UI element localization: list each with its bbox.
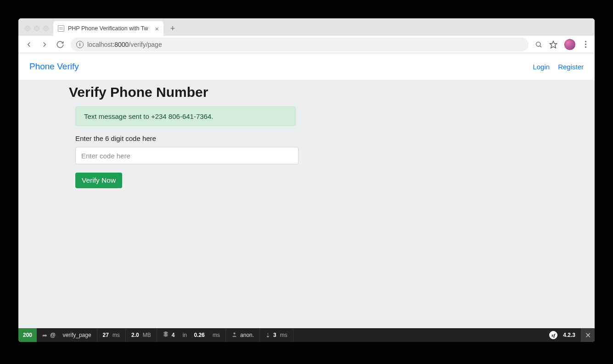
file-icon [58,25,64,32]
zoom-icon[interactable] [532,38,545,51]
info-icon[interactable]: i [76,41,84,48]
route-segment[interactable]: ➦ @ verify_page [37,328,97,342]
db-segment[interactable]: 4 in 0.26 ms [157,328,226,342]
symfony-icon: sf [549,331,557,339]
close-tab-icon[interactable]: × [155,25,159,32]
traffic-lights [22,26,53,36]
browser-tab[interactable]: PHP Phone Verification with Tw × [53,21,163,36]
new-tab-button[interactable]: + [166,22,179,35]
browser-toolbar: i localhost:8000/verify/page [18,36,595,53]
code-input[interactable] [75,147,298,164]
tab-title: PHP Phone Verification with Tw [68,25,151,32]
browser-window: PHP Phone Verification with Tw × + i loc… [18,18,595,342]
page-content: Phone Verify Login Register Verify Phone… [18,53,595,342]
nav-links: Login Register [533,63,584,71]
brand-link[interactable]: Phone Verify [29,62,79,72]
svg-line-1 [540,45,541,47]
memory-segment[interactable]: 2.0MB [126,328,157,342]
svg-point-3 [233,332,235,334]
star-icon[interactable] [547,38,560,51]
back-button[interactable] [22,38,36,51]
url-text: localhost:8000/verify/page [87,41,523,48]
profile-avatar[interactable] [564,39,575,50]
success-alert: Text message sent to +234 806-641-7364. [75,106,296,126]
register-link[interactable]: Register [558,63,584,71]
close-debug-bar[interactable]: ✕ [581,328,595,342]
user-segment[interactable]: anon. [226,328,260,342]
tab-strip: PHP Phone Verification with Tw × + [18,18,595,36]
http-status[interactable]: 200 [18,328,37,342]
verify-button[interactable]: Verify Now [75,173,122,188]
window-minimize-icon[interactable] [34,26,39,31]
ajax-icon: ⇣ [265,332,270,339]
window-close-icon[interactable] [25,26,30,31]
code-label: Enter the 6 digit code here [75,134,595,142]
forward-button[interactable] [38,38,51,51]
verify-form: Enter the 6 digit code here Verify Now [75,134,595,188]
svg-marker-2 [550,41,557,48]
time-segment[interactable]: 27ms [97,328,126,342]
main-content: Verify Phone Number Text message sent to… [18,80,595,188]
symfony-debug-bar[interactable]: 200 ➦ @ verify_page 27ms 2.0MB 4 in 0.26… [18,328,595,342]
browser-menu-icon[interactable] [580,41,591,48]
window-zoom-icon[interactable] [43,26,49,31]
login-link[interactable]: Login [533,63,550,71]
reload-button[interactable] [53,38,67,51]
site-navbar: Phone Verify Login Register [18,53,595,80]
svg-point-0 [536,42,540,46]
symfony-version[interactable]: sf 4.2.3 [544,328,581,342]
database-icon [163,331,169,339]
ajax-segment[interactable]: ⇣ 3ms [260,328,293,342]
user-icon [231,331,237,339]
route-icon: ➦ [42,332,47,339]
page-title: Verify Phone Number [69,84,595,100]
address-bar[interactable]: i localhost:8000/verify/page [71,38,529,51]
